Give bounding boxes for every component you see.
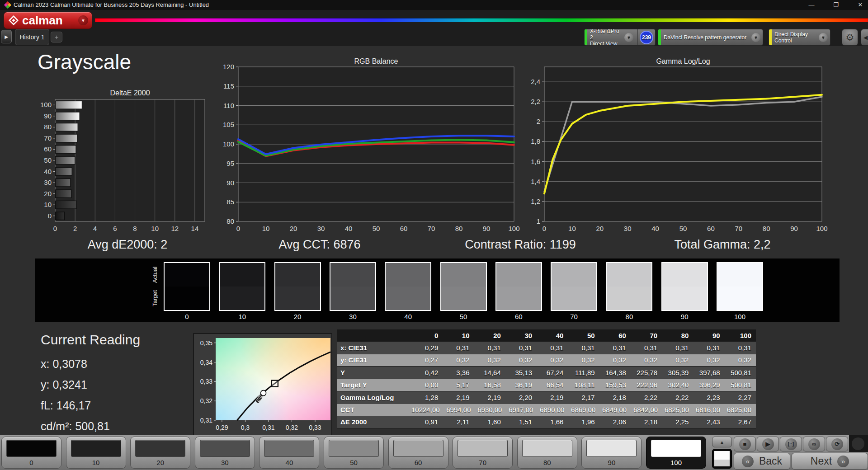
actual-half (441, 263, 486, 287)
calman-menu-button[interactable]: calman ▼ (4, 12, 92, 29)
actual-half (607, 263, 651, 287)
meter-dropdown[interactable]: X-Rite i1Pro 2 Direct View ▼ 239 (584, 29, 656, 46)
svg-text:0,32: 0,32 (286, 424, 298, 431)
add-tab-button[interactable]: + (51, 32, 62, 42)
actual-half (165, 263, 209, 287)
patch-button-60[interactable]: 60 (388, 437, 448, 469)
status-circle (852, 437, 864, 450)
svg-text:0,3: 0,3 (241, 424, 250, 431)
patch-label: 30 (195, 459, 255, 466)
back-button[interactable]: « Back (734, 453, 790, 470)
svg-text:70: 70 (735, 225, 742, 232)
swatch-60 (495, 262, 542, 311)
patch-button-20[interactable]: 20 (130, 437, 190, 469)
restore-icon[interactable]: ❐ (828, 0, 844, 10)
table-cell: 2,23 (693, 394, 724, 401)
table-cell: 2,18 (631, 418, 662, 426)
expand-patch-panel-button[interactable]: ▲ (712, 437, 732, 447)
double-chevron-right-icon: » (837, 456, 849, 467)
window-title: Calman 2023 Calman Ultimate for Business… (14, 1, 209, 8)
patch-button-10[interactable]: 10 (66, 437, 126, 469)
patch-button-40[interactable]: 40 (259, 437, 319, 469)
svg-text:2: 2 (537, 118, 540, 125)
patch-button-80[interactable]: 80 (517, 437, 577, 469)
svg-text:4: 4 (93, 225, 97, 232)
patch-button-30[interactable]: 30 (195, 437, 255, 469)
patch-button-50[interactable]: 50 (324, 437, 384, 469)
actual-half (220, 263, 264, 287)
table-cell: 67,24 (537, 369, 568, 376)
table-cell: 0,31 (443, 344, 474, 352)
settings-button[interactable]: ⚙ (842, 29, 858, 46)
stat-contrast-ratio: Contrast Ratio: 1199 (441, 238, 599, 252)
target-half (496, 287, 541, 310)
svg-text:8: 8 (133, 225, 137, 232)
stop-button[interactable]: ■ (734, 437, 756, 451)
svg-text:0,33: 0,33 (309, 424, 321, 431)
refresh-button[interactable]: ⟳ (826, 437, 848, 451)
patch-label: 60 (389, 459, 448, 466)
next-button[interactable]: Next » (792, 453, 868, 470)
table-cell: 0,32 (505, 356, 537, 364)
table-cell: 159,53 (599, 381, 631, 389)
display-control-dropdown[interactable]: Direct Display Control ▼ (769, 29, 830, 46)
step-button[interactable]: [··] (780, 437, 802, 451)
table-cell: 6869,00 (569, 406, 600, 414)
swatch-level-label: 70 (551, 313, 597, 320)
table-col-header: 80 (662, 332, 693, 339)
svg-text:90: 90 (226, 179, 234, 187)
table-col-header: 70 (631, 332, 662, 339)
table-row-label: ΔE 2000 (337, 418, 411, 426)
loop-button[interactable]: ∞ (803, 437, 825, 451)
actual-half (662, 263, 707, 287)
pattern-source-dropdown[interactable]: DaVinci Resolve pattern generator ▼ (658, 29, 763, 46)
svg-text:100: 100 (223, 140, 234, 148)
svg-text:90: 90 (44, 112, 52, 120)
collapse-panel-button[interactable]: ◀ (861, 29, 868, 46)
patch-label: 80 (518, 459, 577, 466)
table-cell: 0,32 (537, 356, 568, 364)
svg-text:95: 95 (226, 160, 234, 167)
table-cell: 0,31 (537, 344, 568, 352)
svg-text:40: 40 (345, 225, 353, 232)
svg-text:80: 80 (44, 123, 52, 131)
table-cell: 396,29 (693, 381, 724, 389)
gear-icon: ⚙ (846, 32, 854, 43)
table-cell: 5,17 (443, 381, 474, 389)
patch-button-70[interactable]: 70 (453, 437, 513, 469)
table-cell: 14,64 (474, 369, 505, 376)
minimize-icon[interactable]: — (804, 0, 819, 10)
meter-position-indicator (849, 435, 868, 452)
target-half (386, 287, 430, 310)
target-half (275, 287, 320, 310)
swatch-0 (164, 262, 210, 311)
tab-scroll-button[interactable]: ▶ (1, 30, 12, 43)
patch-button-0[interactable]: 0 (1, 437, 61, 469)
target-white-point-marker (272, 381, 278, 387)
table-cell: 2,19 (474, 394, 505, 401)
svg-text:2,2: 2,2 (531, 98, 540, 105)
patch-button-90[interactable]: 90 (581, 437, 642, 469)
stat-total-gamma: Total Gamma: 2,2 (655, 238, 790, 252)
svg-text:0,29: 0,29 (216, 424, 228, 431)
play-button[interactable]: ▶ (757, 437, 779, 451)
swatch-level-label: 100 (717, 313, 763, 320)
svg-text:20: 20 (44, 190, 52, 197)
target-half (330, 287, 375, 310)
table-cell: 6930,00 (476, 406, 507, 414)
target-half (552, 287, 596, 310)
close-icon[interactable]: ✕ (853, 0, 868, 10)
table-cell: 2,27 (725, 394, 756, 401)
svg-text:12: 12 (171, 225, 179, 232)
chevron-down-icon: ▼ (751, 33, 760, 42)
tab-history-1[interactable]: History 1 (15, 29, 49, 45)
window-titlebar: Calman 2023 Calman Ultimate for Business… (0, 0, 868, 10)
table-row: Y0,423,3614,6435,1367,24111,89164,38225,… (337, 367, 756, 379)
table-cell: 0,32 (443, 356, 474, 364)
table-cell: 2,06 (599, 418, 631, 426)
svg-text:Gamma Log/Log: Gamma Log/Log (656, 57, 710, 65)
table-cell: 2,43 (693, 418, 724, 426)
patch-button-100[interactable]: 100 (646, 437, 706, 469)
actual-half (552, 263, 596, 287)
table-cell: 2,22 (631, 394, 662, 401)
